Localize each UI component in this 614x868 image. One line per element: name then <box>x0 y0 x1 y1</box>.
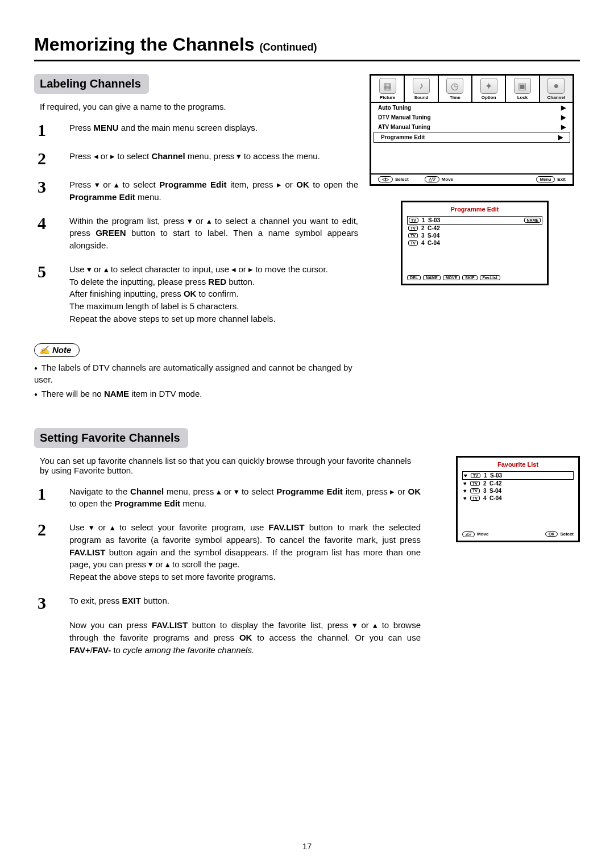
programme-row: TV4 C-04 <box>407 239 542 247</box>
note-list: The labels of DTV channels are automatic… <box>34 362 358 400</box>
osd-tab: ▣Lock <box>506 76 540 102</box>
title-rule <box>34 60 580 61</box>
section-heading-labeling: Labeling Channels <box>34 74 149 94</box>
step-body: Press or to select Channel menu, press t… <box>69 150 358 163</box>
step-item: 4Within the program list, press or to se… <box>38 215 358 252</box>
step-item: 1Navigate to the Channel menu, press or … <box>38 485 421 510</box>
favourite-row: ♥TV3 S-04 <box>462 487 574 495</box>
tv-chip: TV <box>408 240 418 246</box>
step-item: 5Use or to select character to input, us… <box>38 263 358 325</box>
programme-row: TV3 S-04 <box>407 232 542 239</box>
tab-icon: ✦ <box>480 78 497 94</box>
step-item: 2Press or to select Channel menu, press … <box>38 150 358 167</box>
tv-chip: TV <box>470 496 480 501</box>
step-number: 1 <box>38 485 53 502</box>
osd-tab: ▦Picture <box>371 76 405 102</box>
tab-label: Sound <box>405 95 437 100</box>
osd-channel-menu: ▦Picture♪Sound◷Time✦Option▣Lock●Channel … <box>370 74 574 186</box>
osd-tabs: ▦Picture♪Sound◷Time✦Option▣Lock●Channel <box>371 76 572 103</box>
osd-footer-button: SKIP <box>462 275 477 280</box>
programme-row: TV2 C-42 <box>407 225 542 232</box>
step-item: 1Press MENU and the main menu screen dis… <box>38 122 358 139</box>
programme-row: TV1 S-03NAME <box>407 216 542 225</box>
osd-menu-row: Auto Tuning▶ <box>371 103 572 113</box>
tab-label: Channel <box>540 95 572 100</box>
osd-menu-row: ATV Manual Tuning▶ <box>371 122 572 132</box>
favourite-row: ♥TV2 C-42 <box>462 480 574 487</box>
tab-icon: ♪ <box>413 78 430 94</box>
osd-menu-rows: Auto Tuning▶DTV Manual Tuning▶ATV Manual… <box>371 103 572 143</box>
chevron-right-icon: ▶ <box>561 123 566 131</box>
chevron-right-icon: ▶ <box>561 114 566 121</box>
tab-label: Lock <box>506 95 538 100</box>
osd-programme-edit: Programme Edit TV1 S-03NAMETV2 C-42TV3 S… <box>401 201 549 285</box>
step-number: 1 <box>38 122 53 139</box>
favourite-list-footer: △▽Move OKSelect <box>462 531 574 537</box>
programme-edit-title: Programme Edit <box>407 206 542 213</box>
labeling-intro: If required, you can give a name to the … <box>40 102 358 111</box>
step-body: Use or to select your favorite program, … <box>69 521 421 583</box>
step-number: 5 <box>38 263 53 280</box>
step-body: Within the program list, press or to sel… <box>69 215 358 252</box>
note-item: The labels of DTV channels are automatic… <box>34 362 358 385</box>
step-number: 3 <box>38 595 53 612</box>
step-body: Press or to select Programme Edit item, … <box>69 178 358 203</box>
osd-menu-row: Programme Edit▶ <box>374 132 570 143</box>
osd-footer-button: MOVE <box>443 275 460 280</box>
step-body: Use or to select character to input, use… <box>69 263 358 325</box>
osd-footer-button: NAME <box>423 275 441 280</box>
osd-menu-row: DTV Manual Tuning▶ <box>371 113 572 122</box>
labeling-steps: 1Press MENU and the main menu screen dis… <box>38 122 358 325</box>
tv-chip: TV <box>470 481 480 486</box>
favourite-row: ♥TV1 S-03 <box>462 471 574 480</box>
favourite-list-rows: ♥TV1 S-03♥TV2 C-42♥TV3 S-04♥TV4 C-04 <box>462 471 574 502</box>
step-body: To exit, press EXIT button.Now you can p… <box>69 595 421 657</box>
step-item: 2Use or to select your favorite program,… <box>38 521 421 583</box>
page-number: 17 <box>0 841 614 851</box>
title-main: Memorizing the Channels <box>34 34 255 55</box>
osd-footer-button: DEL <box>407 275 421 280</box>
name-badge: NAME <box>524 218 541 223</box>
heart-icon: ♥ <box>463 480 467 487</box>
tv-chip: TV <box>408 233 418 238</box>
tv-chip: TV <box>409 218 418 223</box>
step-number: 3 <box>38 178 53 196</box>
step-body: Navigate to the Channel menu, press or t… <box>69 485 421 510</box>
favourite-row: ♥TV4 C-04 <box>462 495 574 502</box>
heart-icon: ♥ <box>463 488 467 494</box>
tab-label: Time <box>439 95 471 100</box>
step-body: Press MENU and the main menu screen disp… <box>69 122 358 134</box>
favourite-list-title: Favourite List <box>462 461 574 468</box>
hand-icon: ✍ <box>39 345 50 355</box>
tv-chip: TV <box>470 488 480 493</box>
osd-footer-button: Fav.List <box>480 275 500 280</box>
osd-tab: ●Channel <box>540 76 572 102</box>
title-continued: (Continued) <box>259 41 317 53</box>
favorite-intro: You can set up favorite channels list so… <box>40 456 421 475</box>
step-number: 2 <box>38 521 53 538</box>
tab-icon: ▣ <box>514 78 531 94</box>
section-heading-favorite: Setting Favorite Channels <box>34 428 188 448</box>
osd-tab: ✦Option <box>472 76 506 102</box>
favorite-steps: 1Navigate to the Channel menu, press or … <box>38 485 421 657</box>
note-item: There will be no NAME item in DTV mode. <box>34 388 358 400</box>
step-number: 2 <box>38 150 53 167</box>
tab-icon: ▦ <box>379 78 396 94</box>
chevron-right-icon: ▶ <box>558 134 563 141</box>
step-number: 4 <box>38 215 53 232</box>
tab-label: Option <box>472 95 505 100</box>
tab-icon: ● <box>547 78 565 94</box>
tv-chip: TV <box>408 226 418 231</box>
note-label: ✍ Note <box>34 343 80 357</box>
tv-chip: TV <box>471 473 480 478</box>
osd-favourite-list: Favourite List ♥TV1 S-03♥TV2 C-42♥TV3 S-… <box>456 456 580 542</box>
step-item: 3Press or to select Programme Edit item,… <box>38 178 358 203</box>
tab-icon: ◷ <box>446 78 463 94</box>
tab-label: Picture <box>371 95 404 100</box>
osd-footer: ◁▷Select △▽Move MenuExit <box>371 173 572 184</box>
heart-icon: ♥ <box>464 472 467 479</box>
programme-edit-footer: DELNAMEMOVESKIPFav.List <box>407 275 542 280</box>
heart-icon: ♥ <box>463 495 467 501</box>
step-item: 3To exit, press EXIT button.Now you can … <box>38 595 421 657</box>
page-title: Memorizing the Channels (Continued) <box>34 34 580 55</box>
